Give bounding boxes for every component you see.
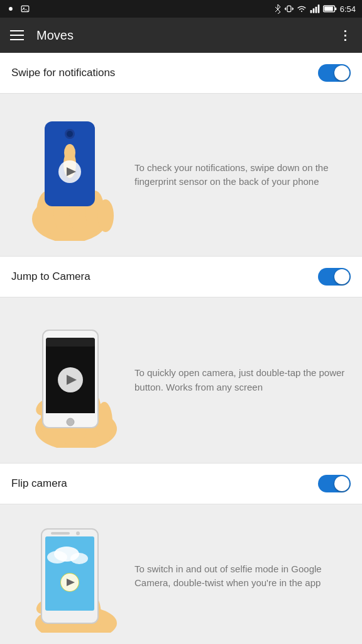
flip-illustration[interactable] [10, 519, 129, 633]
flip-phone-illustration [16, 519, 123, 633]
svg-point-28 [64, 144, 75, 162]
status-left-icons [6, 4, 30, 13]
svg-point-55 [70, 553, 88, 564]
jump-to-camera-toggle[interactable] [318, 268, 351, 286]
swipe-notifications-label: Swipe for notifications [11, 67, 115, 79]
toggle-knob-2 [334, 269, 349, 284]
swipe-phone-illustration [16, 109, 123, 241]
battery-icon [323, 4, 337, 13]
jump-to-camera-row: Jump to Camera [0, 257, 362, 297]
camera-phone-illustration [16, 313, 123, 448]
svg-point-0 [9, 7, 13, 11]
jump-to-camera-section: To quickly open camera, just double-tap … [0, 297, 362, 464]
swipe-notifications-toggle[interactable] [318, 64, 351, 82]
svg-point-44 [67, 418, 74, 426]
svg-rect-11 [312, 8, 314, 13]
bluetooth-icon [274, 4, 282, 14]
toggle-knob-3 [334, 476, 349, 491]
hamburger-line-3 [10, 39, 24, 40]
svg-rect-5 [287, 6, 291, 11]
swipe-notifications-row: Swipe for notifications [0, 53, 362, 94]
flip-camera-section: To switch in and out of selfie mode in G… [0, 504, 362, 644]
toggle-knob [334, 65, 349, 80]
wifi-icon [297, 4, 307, 13]
svg-point-25 [67, 131, 73, 137]
jump-to-camera-label: Jump to Camera [11, 270, 90, 283]
svg-rect-10 [310, 10, 312, 13]
image-icon [20, 4, 30, 13]
svg-rect-15 [324, 7, 333, 11]
svg-point-60 [76, 531, 80, 535]
swipe-illustration[interactable] [10, 109, 129, 241]
overflow-menu-button[interactable]: ⋮ [339, 28, 352, 43]
hamburger-line-1 [10, 30, 24, 31]
swipe-notifications-section: To check your notifications, swipe down … [0, 94, 362, 257]
status-bar: 6:54 [0, 0, 362, 18]
camera-illustration[interactable] [10, 313, 129, 448]
svg-rect-59 [51, 532, 70, 535]
flip-camera-toggle[interactable] [318, 475, 351, 492]
signal-icon [310, 4, 320, 13]
notification-dot-icon [6, 4, 15, 13]
app-title: Moves [36, 28, 326, 43]
vibrate-icon [285, 4, 293, 13]
flip-description: To switch in and out of selfie mode in G… [129, 562, 352, 591]
hamburger-menu-button[interactable] [10, 30, 24, 40]
svg-rect-16 [334, 8, 336, 10]
swipe-description: To check your notifications, swipe down … [129, 161, 352, 189]
flip-camera-label: Flip camera [11, 477, 67, 490]
svg-point-22 [97, 199, 114, 232]
hamburger-line-2 [10, 35, 24, 36]
toolbar: Moves ⋮ [0, 18, 362, 53]
camera-description: To quickly open camera, just double-tap … [129, 366, 352, 394]
flip-camera-row: Flip camera [0, 464, 362, 504]
svg-rect-12 [315, 7, 317, 13]
time-display: 6:54 [340, 4, 356, 14]
svg-rect-13 [317, 4, 319, 13]
status-right-icons: 6:54 [274, 4, 356, 14]
svg-rect-40 [46, 338, 95, 347]
